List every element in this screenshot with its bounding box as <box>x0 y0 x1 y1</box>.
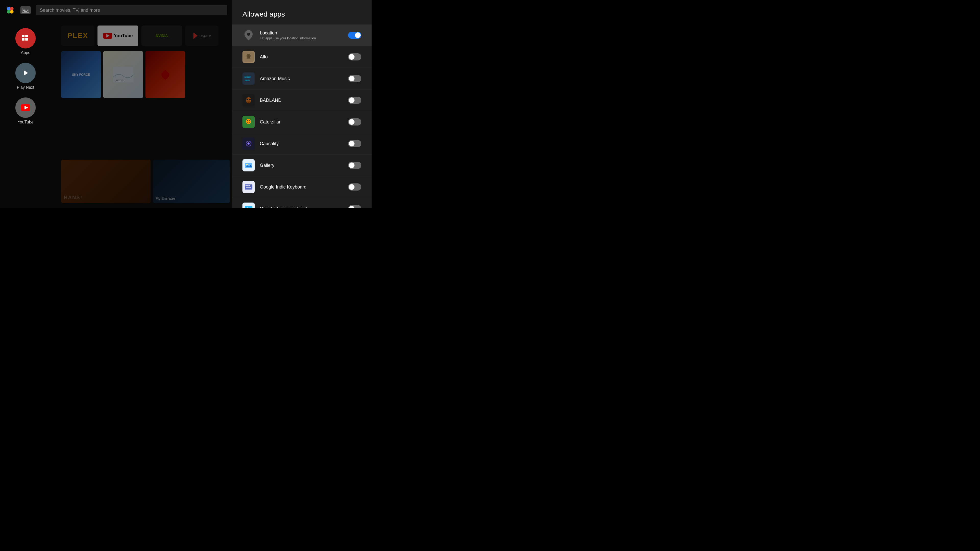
causality-info: Causality <box>260 141 343 146</box>
gjapanese-info: Google Japanese Input <box>260 206 343 208</box>
location-icon <box>242 29 255 41</box>
google-assistant-icon[interactable] <box>5 5 15 15</box>
gplay-tile[interactable]: Google Play <box>185 25 218 46</box>
toggle-knob <box>355 32 361 38</box>
svg-rect-10 <box>24 10 25 11</box>
amazon-name: Amazon Music <box>260 76 343 81</box>
exclusive-thumb-1[interactable]: HANS! <box>61 160 151 203</box>
causality-item[interactable]: Causality <box>232 133 372 155</box>
toggle-knob-caterzillar <box>349 119 355 125</box>
svg-rect-49 <box>249 185 250 186</box>
svg-point-44 <box>246 164 248 165</box>
bloodcard-thumb[interactable] <box>145 51 185 98</box>
svg-rect-8 <box>27 9 27 10</box>
youtube-sidebar-icon <box>15 97 36 118</box>
keyboard-icon[interactable] <box>21 6 30 14</box>
alto-toggle[interactable] <box>348 53 361 60</box>
exclusive-thumb-2[interactable]: Fly Emirates <box>153 160 230 203</box>
svg-point-34 <box>249 99 251 100</box>
alto-icon <box>242 51 255 63</box>
svg-text:Google Play: Google Play <box>199 35 211 38</box>
caterzillar-item[interactable]: Caterzillar <box>232 111 372 133</box>
svg-rect-28 <box>243 73 254 84</box>
gindic-toggle[interactable] <box>348 183 361 191</box>
svg-text:amazon: amazon <box>245 76 251 78</box>
play-next-label: Play Next <box>17 85 34 90</box>
amazon-toggle[interactable] <box>348 75 361 82</box>
svg-rect-14 <box>22 35 24 37</box>
svg-rect-48 <box>247 185 248 186</box>
alto-name: Alto <box>260 54 343 60</box>
panel-title: Allowed apps <box>232 0 372 24</box>
causality-toggle[interactable] <box>348 140 361 147</box>
alto-info: Alto <box>260 54 343 60</box>
svg-rect-13 <box>24 11 27 12</box>
search-placeholder: Search movies, TV, and more <box>40 8 100 13</box>
caterzillar-toggle[interactable] <box>348 118 361 125</box>
youtube-tile[interactable]: YouTube <box>97 25 138 46</box>
badland-toggle[interactable] <box>348 97 361 104</box>
svg-rect-47 <box>245 185 247 186</box>
alto-item[interactable]: Alto <box>232 46 372 68</box>
gindic-info: Google Indic Keyboard <box>260 184 343 190</box>
gjapanese-toggle[interactable] <box>348 205 361 208</box>
sidebar-item-youtube[interactable]: YouTube <box>0 95 51 127</box>
svg-rect-11 <box>25 10 26 11</box>
apps-icon <box>15 28 36 48</box>
svg-point-2 <box>7 10 11 14</box>
toggle-knob-gjapanese <box>349 206 355 208</box>
svg-rect-15 <box>25 35 28 37</box>
svg-text:music: music <box>245 79 250 81</box>
alto-thumb[interactable]: ALTO'S <box>103 51 143 98</box>
exclusives-row: HANS! Fly Emirates <box>56 156 230 206</box>
location-item[interactable]: Location Let apps use your location info… <box>232 24 372 46</box>
gallery-toggle[interactable] <box>348 162 361 169</box>
amazon-music-item[interactable]: amazon music Amazon Music <box>232 68 372 89</box>
toggle-knob-gallery <box>349 162 355 168</box>
google-japanese-item[interactable]: あ Google Japanese Input <box>232 198 372 208</box>
gjapanese-icon: あ <box>242 203 255 208</box>
gallery-item[interactable]: Gallery <box>232 155 372 176</box>
sidebar-item-apps[interactable]: Apps <box>0 25 51 58</box>
svg-text:ALTO'S: ALTO'S <box>116 79 123 82</box>
caterzillar-icon <box>242 116 255 128</box>
header-bar: Search movies, TV, and more <box>0 0 232 21</box>
svg-point-41 <box>248 143 249 144</box>
causality-name: Causality <box>260 141 343 146</box>
gplay-logo: Google Play <box>193 32 211 40</box>
youtube-logo: YouTube <box>103 33 133 39</box>
toggle-knob-gindic <box>349 184 355 190</box>
svg-rect-5 <box>23 9 24 10</box>
content-area: PLEX YouTube NVIDIA Google Play <box>56 21 232 208</box>
tv-home-screen: Search movies, TV, and more Apps <box>0 0 232 208</box>
amazon-icon: amazon music <box>242 73 255 85</box>
exclusive-label-2: Fly Emirates <box>156 197 176 200</box>
svg-point-25 <box>247 33 250 36</box>
sidebar-item-play-next[interactable]: Play Next <box>0 60 51 92</box>
gjapanese-name: Google Japanese Input <box>260 206 343 208</box>
svg-marker-21 <box>193 32 197 39</box>
gallery-name: Gallery <box>260 163 343 168</box>
search-bar[interactable]: Search movies, TV, and more <box>36 5 227 15</box>
sky-force-thumb[interactable]: SKY FORCE <box>61 51 101 98</box>
nvidia-logo: NVIDIA <box>156 34 168 38</box>
svg-rect-12 <box>27 10 27 11</box>
caterzillar-name: Caterzillar <box>260 119 343 125</box>
nvidia-tile[interactable]: NVIDIA <box>142 25 182 46</box>
badland-item[interactable]: BADLAND <box>232 89 372 111</box>
svg-rect-7 <box>25 9 26 10</box>
amazon-info: Amazon Music <box>260 76 343 81</box>
svg-point-38 <box>249 120 250 121</box>
causality-icon <box>242 138 255 150</box>
featured-apps-row: PLEX YouTube NVIDIA Google Play <box>56 21 232 48</box>
svg-point-0 <box>7 7 11 11</box>
youtube-label: YouTube <box>18 120 34 124</box>
plex-tile[interactable]: PLEX <box>61 25 94 46</box>
sidebar: Apps Play Next YouTube <box>0 21 51 132</box>
svg-rect-17 <box>25 38 28 41</box>
google-indic-item[interactable]: Google Indic Keyboard <box>232 176 372 198</box>
location-name: Location <box>260 30 343 36</box>
exclusive-label-1: HANS! <box>64 195 83 200</box>
location-toggle[interactable] <box>348 32 361 39</box>
svg-rect-16 <box>22 38 24 41</box>
